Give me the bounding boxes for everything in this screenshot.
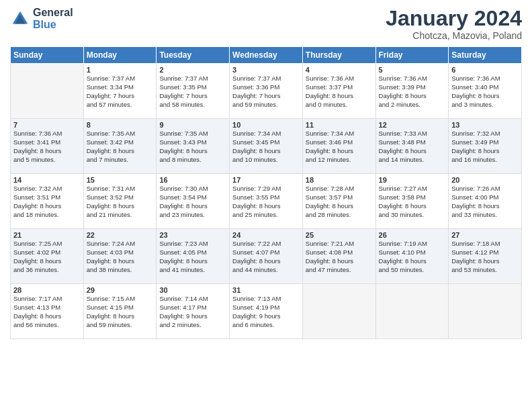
day-info: Sunrise: 7:31 AM Sunset: 3:52 PM Dayligh…	[87, 185, 154, 219]
day-number: 16	[159, 176, 226, 184]
calendar-cell: 7Sunrise: 7:36 AM Sunset: 3:41 PM Daylig…	[11, 119, 84, 174]
title-block: January 2024 Chotcza, Mazovia, Poland	[386, 7, 522, 41]
day-info: Sunrise: 7:21 AM Sunset: 4:08 PM Dayligh…	[306, 240, 373, 274]
day-info: Sunrise: 7:32 AM Sunset: 3:51 PM Dayligh…	[13, 185, 81, 219]
day-info: Sunrise: 7:19 AM Sunset: 4:10 PM Dayligh…	[379, 240, 446, 274]
day-info: Sunrise: 7:13 AM Sunset: 4:19 PM Dayligh…	[232, 295, 300, 329]
day-info: Sunrise: 7:36 AM Sunset: 3:41 PM Dayligh…	[13, 130, 81, 164]
calendar-cell: 19Sunrise: 7:27 AM Sunset: 3:58 PM Dayli…	[375, 174, 449, 229]
day-number: 22	[87, 231, 154, 239]
day-number: 20	[451, 176, 519, 184]
calendar-cell: 22Sunrise: 7:24 AM Sunset: 4:03 PM Dayli…	[83, 229, 157, 284]
day-number: 7	[13, 121, 81, 129]
day-info: Sunrise: 7:29 AM Sunset: 3:55 PM Dayligh…	[232, 185, 300, 219]
day-number: 26	[379, 231, 446, 239]
day-info: Sunrise: 7:22 AM Sunset: 4:07 PM Dayligh…	[232, 240, 300, 274]
day-number: 27	[451, 231, 519, 239]
day-number: 19	[379, 176, 446, 184]
calendar-cell: 9Sunrise: 7:35 AM Sunset: 3:43 PM Daylig…	[157, 119, 230, 174]
day-info: Sunrise: 7:36 AM Sunset: 3:39 PM Dayligh…	[379, 75, 446, 109]
day-number: 2	[159, 66, 226, 74]
day-number: 15	[87, 176, 154, 184]
calendar-cell: 18Sunrise: 7:28 AM Sunset: 3:57 PM Dayli…	[302, 174, 375, 229]
day-number: 5	[379, 66, 446, 74]
day-number: 29	[87, 286, 154, 294]
col-tuesday: Tuesday	[157, 47, 230, 64]
calendar-cell: 30Sunrise: 7:14 AM Sunset: 4:17 PM Dayli…	[157, 284, 230, 339]
calendar-cell: 3Sunrise: 7:37 AM Sunset: 3:36 PM Daylig…	[230, 64, 303, 119]
day-info: Sunrise: 7:36 AM Sunset: 3:40 PM Dayligh…	[451, 75, 519, 109]
day-number: 4	[306, 66, 373, 74]
calendar-cell: 21Sunrise: 7:25 AM Sunset: 4:02 PM Dayli…	[11, 229, 84, 284]
calendar-cell	[11, 64, 84, 119]
day-info: Sunrise: 7:35 AM Sunset: 3:43 PM Dayligh…	[159, 130, 226, 164]
day-info: Sunrise: 7:35 AM Sunset: 3:42 PM Dayligh…	[87, 130, 154, 164]
calendar-cell: 20Sunrise: 7:26 AM Sunset: 4:00 PM Dayli…	[449, 174, 522, 229]
day-number: 13	[451, 121, 519, 129]
calendar-cell: 15Sunrise: 7:31 AM Sunset: 3:52 PM Dayli…	[83, 174, 157, 229]
day-info: Sunrise: 7:28 AM Sunset: 3:57 PM Dayligh…	[306, 185, 373, 219]
day-number: 31	[232, 286, 300, 294]
calendar-cell: 2Sunrise: 7:37 AM Sunset: 3:35 PM Daylig…	[157, 64, 230, 119]
day-info: Sunrise: 7:27 AM Sunset: 3:58 PM Dayligh…	[379, 185, 446, 219]
calendar-cell: 16Sunrise: 7:30 AM Sunset: 3:54 PM Dayli…	[157, 174, 230, 229]
col-thursday: Thursday	[302, 47, 375, 64]
col-friday: Friday	[375, 47, 449, 64]
calendar-cell: 12Sunrise: 7:33 AM Sunset: 3:48 PM Dayli…	[375, 119, 449, 174]
day-number: 24	[232, 231, 300, 239]
day-number: 6	[451, 66, 519, 74]
day-number: 10	[232, 121, 300, 129]
calendar-week-1: 1Sunrise: 7:37 AM Sunset: 3:34 PM Daylig…	[11, 64, 522, 119]
calendar-cell: 29Sunrise: 7:15 AM Sunset: 4:15 PM Dayli…	[83, 284, 157, 339]
day-number: 18	[306, 176, 373, 184]
calendar-cell: 28Sunrise: 7:17 AM Sunset: 4:13 PM Dayli…	[11, 284, 84, 339]
day-number: 23	[159, 231, 226, 239]
day-info: Sunrise: 7:15 AM Sunset: 4:15 PM Dayligh…	[87, 295, 154, 329]
calendar-cell: 5Sunrise: 7:36 AM Sunset: 3:39 PM Daylig…	[375, 64, 449, 119]
day-info: Sunrise: 7:33 AM Sunset: 3:48 PM Dayligh…	[379, 130, 446, 164]
day-info: Sunrise: 7:14 AM Sunset: 4:17 PM Dayligh…	[159, 295, 226, 329]
logo-icon	[10, 9, 30, 29]
day-info: Sunrise: 7:34 AM Sunset: 3:45 PM Dayligh…	[232, 130, 300, 164]
day-number: 9	[159, 121, 226, 129]
calendar-cell: 6Sunrise: 7:36 AM Sunset: 3:40 PM Daylig…	[449, 64, 522, 119]
day-number: 21	[13, 231, 81, 239]
header-row: Sunday Monday Tuesday Wednesday Thursday…	[11, 47, 522, 64]
col-monday: Monday	[83, 47, 157, 64]
calendar-cell: 27Sunrise: 7:18 AM Sunset: 4:12 PM Dayli…	[449, 229, 522, 284]
day-info: Sunrise: 7:23 AM Sunset: 4:05 PM Dayligh…	[159, 240, 226, 274]
calendar-cell: 26Sunrise: 7:19 AM Sunset: 4:10 PM Dayli…	[375, 229, 449, 284]
calendar-cell	[375, 284, 449, 339]
calendar-cell: 11Sunrise: 7:34 AM Sunset: 3:46 PM Dayli…	[302, 119, 375, 174]
logo: General Blue	[10, 7, 73, 31]
calendar-week-3: 14Sunrise: 7:32 AM Sunset: 3:51 PM Dayli…	[11, 174, 522, 229]
day-number: 8	[87, 121, 154, 129]
calendar-cell	[449, 284, 522, 339]
calendar-cell: 17Sunrise: 7:29 AM Sunset: 3:55 PM Dayli…	[230, 174, 303, 229]
calendar-cell: 1Sunrise: 7:37 AM Sunset: 3:34 PM Daylig…	[83, 64, 157, 119]
day-info: Sunrise: 7:18 AM Sunset: 4:12 PM Dayligh…	[451, 240, 519, 274]
day-number: 17	[232, 176, 300, 184]
col-saturday: Saturday	[449, 47, 522, 64]
day-info: Sunrise: 7:30 AM Sunset: 3:54 PM Dayligh…	[159, 185, 226, 219]
day-info: Sunrise: 7:37 AM Sunset: 3:34 PM Dayligh…	[87, 75, 154, 109]
calendar-week-4: 21Sunrise: 7:25 AM Sunset: 4:02 PM Dayli…	[11, 229, 522, 284]
calendar-cell: 31Sunrise: 7:13 AM Sunset: 4:19 PM Dayli…	[230, 284, 303, 339]
day-info: Sunrise: 7:25 AM Sunset: 4:02 PM Dayligh…	[13, 240, 81, 274]
day-info: Sunrise: 7:36 AM Sunset: 3:37 PM Dayligh…	[306, 75, 373, 109]
day-info: Sunrise: 7:37 AM Sunset: 3:35 PM Dayligh…	[159, 75, 226, 109]
header: General Blue January 2024 Chotcza, Mazov…	[10, 7, 522, 41]
calendar-cell: 14Sunrise: 7:32 AM Sunset: 3:51 PM Dayli…	[11, 174, 84, 229]
month-title: January 2024	[386, 7, 522, 30]
day-info: Sunrise: 7:32 AM Sunset: 3:49 PM Dayligh…	[451, 130, 519, 164]
calendar-cell: 13Sunrise: 7:32 AM Sunset: 3:49 PM Dayli…	[449, 119, 522, 174]
day-info: Sunrise: 7:17 AM Sunset: 4:13 PM Dayligh…	[13, 295, 81, 329]
day-number: 25	[306, 231, 373, 239]
calendar-week-5: 28Sunrise: 7:17 AM Sunset: 4:13 PM Dayli…	[11, 284, 522, 339]
calendar-cell: 24Sunrise: 7:22 AM Sunset: 4:07 PM Dayli…	[230, 229, 303, 284]
page-container: General Blue January 2024 Chotcza, Mazov…	[0, 0, 532, 342]
col-sunday: Sunday	[11, 47, 84, 64]
day-number: 3	[232, 66, 300, 74]
calendar-cell: 23Sunrise: 7:23 AM Sunset: 4:05 PM Dayli…	[157, 229, 230, 284]
day-number: 1	[87, 66, 154, 74]
